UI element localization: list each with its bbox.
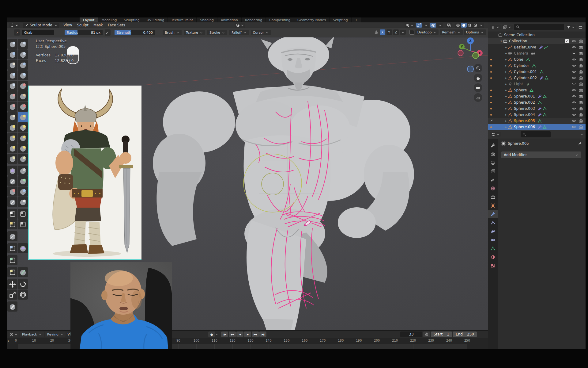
play-button[interactable]: ▶	[244, 332, 251, 337]
shading-solid-button[interactable]	[461, 23, 467, 28]
jump-to-start-button[interactable]: ▮◀	[221, 332, 228, 337]
camera-visibility-icon[interactable]	[579, 125, 583, 129]
previous-keyframe-button[interactable]: ◆◀	[229, 332, 236, 337]
overlays-dropdown[interactable]	[437, 23, 443, 28]
symmetry-z-toggle[interactable]: Z	[393, 29, 399, 35]
disclosure-icon[interactable]: ▸	[504, 82, 508, 86]
end-frame-field[interactable]: End250	[453, 332, 477, 337]
gizmo-neg-y-axis[interactable]	[473, 52, 479, 59]
use-preview-range-button[interactable]	[423, 332, 430, 337]
camera-visibility-icon[interactable]	[579, 57, 583, 62]
options-dropdown[interactable]: Options	[464, 29, 486, 35]
outliner-filter-button[interactable]	[566, 25, 576, 29]
tool-elastic-deform[interactable]	[7, 122, 17, 132]
chevron-down-icon[interactable]	[215, 333, 218, 336]
tool-draw[interactable]	[7, 39, 17, 49]
tool-box-face-set[interactable]	[7, 219, 17, 229]
tool-line-project[interactable]	[7, 231, 17, 241]
tool-slide-relax[interactable]	[7, 154, 17, 164]
texture-dropdown[interactable]: Texture	[184, 30, 205, 35]
tool-cloth[interactable]	[7, 166, 17, 176]
properties-tab-output[interactable]	[488, 158, 498, 167]
symmetry-y-toggle[interactable]: Y	[386, 29, 392, 35]
eye-open-icon[interactable]	[572, 113, 576, 117]
chevron-down-icon[interactable]	[580, 133, 583, 136]
properties-tab-constraints[interactable]	[488, 236, 498, 244]
gizmo-dropdown[interactable]	[423, 23, 429, 28]
radius-slider[interactable]: Radius 81 px	[65, 30, 103, 35]
disclosure-icon[interactable]: ▸	[504, 125, 508, 128]
properties-tab-physics[interactable]	[488, 227, 498, 236]
outliner-row-sphere-004[interactable]: ▸Sphere.004	[488, 112, 586, 118]
eye-closed-icon[interactable]	[572, 51, 576, 56]
outliner-filter-mode-button[interactable]	[502, 25, 513, 29]
camera-visibility-icon[interactable]	[579, 51, 583, 56]
symmetry-dropdown[interactable]	[400, 30, 406, 35]
outliner-row-sphere-001[interactable]: ▸Sphere.001	[488, 93, 586, 99]
properties-editor-type-button[interactable]	[490, 132, 501, 137]
tool-move[interactable]	[7, 279, 17, 289]
current-frame-field[interactable]: 33	[400, 332, 422, 337]
pan-button[interactable]	[474, 74, 482, 82]
dyntopo-checkbox[interactable]	[409, 30, 414, 35]
tool-transform[interactable]	[18, 289, 28, 300]
xray-toggle-button[interactable]	[446, 23, 452, 28]
camera-visibility-icon[interactable]	[579, 119, 583, 123]
workspace-tab-texture-paint[interactable]: Texture Paint	[168, 17, 197, 22]
outliner-search-input[interactable]	[514, 24, 564, 30]
brush-name-field[interactable]: Grab	[22, 30, 54, 35]
falloff-shape-button[interactable]	[235, 23, 245, 28]
stroke-dropdown[interactable]: Stroke	[207, 30, 227, 35]
disclosure-icon[interactable]: ▸	[504, 70, 508, 73]
tool-draw-sharp[interactable]	[18, 39, 28, 49]
eye-open-icon[interactable]	[572, 119, 576, 123]
timeline-editor-type-button[interactable]	[9, 332, 19, 337]
outliner-row-sphere[interactable]: ▸Sphere	[488, 87, 586, 93]
shading-material-button[interactable]	[467, 23, 473, 28]
eye-open-icon[interactable]	[572, 57, 576, 62]
workspace-tab-sculpting[interactable]: Sculpting	[120, 17, 143, 22]
tool-box-hide[interactable]	[18, 209, 28, 219]
camera-visibility-icon[interactable]	[579, 45, 583, 49]
expand-arrow-icon[interactable]: ›	[8, 339, 9, 343]
tool-nudge[interactable]	[7, 143, 17, 153]
tool-mask[interactable]	[7, 176, 17, 186]
properties-tab-object[interactable]	[488, 201, 498, 210]
properties-tab-view-layer[interactable]	[488, 167, 498, 175]
disclosure-icon[interactable]: ▸	[504, 46, 508, 49]
disclosure-icon[interactable]: ▸	[504, 119, 508, 122]
outliner-row-sphere-003[interactable]: ▸Sphere.003	[488, 105, 586, 112]
menu-mask[interactable]: Mask	[92, 23, 104, 27]
camera-visibility-icon[interactable]	[579, 39, 583, 43]
tool-multires-displacement-smear[interactable]	[18, 186, 28, 197]
keying-dropdown[interactable]: Keying	[45, 332, 66, 337]
disclosure-icon[interactable]: ▸	[504, 89, 508, 92]
eye-open-icon[interactable]	[572, 94, 576, 98]
workspace-tab-scripting[interactable]: Scripting	[330, 17, 352, 22]
workspace-tab--[interactable]: +	[352, 17, 361, 22]
tool-pose[interactable]	[18, 133, 28, 143]
properties-search-input[interactable]	[521, 131, 551, 137]
tool-smooth[interactable]	[18, 81, 28, 91]
tool-pinch[interactable]	[7, 112, 17, 122]
camera-visibility-icon[interactable]	[579, 63, 583, 68]
tool-clay-strips[interactable]	[18, 49, 28, 59]
eye-closed-icon[interactable]	[572, 82, 576, 86]
tool-layer[interactable]	[18, 60, 28, 70]
tool-scrape[interactable]	[7, 102, 17, 112]
outliner-display-mode-button[interactable]	[490, 25, 501, 29]
outliner-row-cylinder-001[interactable]: ▸Cylinder.001	[488, 69, 586, 75]
disclosure-icon[interactable]: ▸	[504, 58, 508, 61]
tool-color-filter[interactable]	[7, 255, 17, 265]
zoom-button[interactable]	[474, 64, 482, 72]
properties-tab-render[interactable]	[488, 150, 498, 158]
tool-multires-displacement-eraser[interactable]	[7, 186, 17, 197]
mode-dropdown[interactable]: Sculpt Mode	[23, 23, 59, 28]
outliner-row-camera[interactable]: ▸Camera	[488, 50, 586, 56]
tool-blob[interactable]	[18, 70, 28, 80]
tool-draw-face-sets[interactable]	[18, 176, 28, 186]
remesh-dropdown[interactable]: Remesh	[440, 29, 462, 35]
eye-open-icon[interactable]	[572, 70, 576, 74]
tool-snake-hook[interactable]	[18, 122, 28, 132]
tool-mask-by-color[interactable]	[18, 267, 28, 277]
